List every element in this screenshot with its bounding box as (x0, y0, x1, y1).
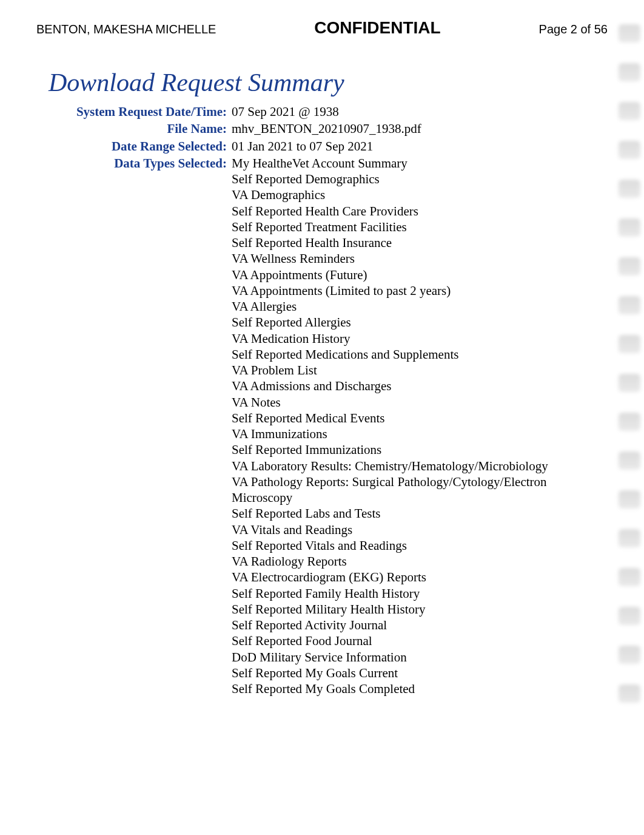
page-thumbnail (619, 335, 640, 353)
summary-row: System Request Date/Time: 07 Sep 2021 @ … (61, 103, 576, 120)
summary-value: 07 Sep 2021 @ 1938 (229, 103, 576, 120)
document-page: BENTON, MAKESHA MICHELLE CONFIDENTIAL Pa… (0, 0, 644, 734)
data-types-row: Data Types Selected: My HealtheVet Accou… (61, 155, 576, 698)
summary-label: File Name: (61, 120, 229, 137)
summary-label: System Request Date/Time: (61, 103, 229, 120)
data-type-item: VA Radiology Reports (232, 553, 574, 569)
page-thumbnail (619, 24, 640, 42)
page-thumbnail (619, 296, 640, 314)
data-type-item: VA Problem List (232, 362, 574, 378)
data-type-item: DoD Military Service Information (232, 649, 574, 665)
data-type-item: Self Reported Medical Events (232, 410, 574, 426)
data-type-item: My HealtheVet Account Summary (232, 155, 574, 171)
data-type-item: Self Reported My Goals Current (232, 665, 574, 681)
data-type-item: VA Vitals and Readings (232, 522, 574, 538)
page-thumbnail (619, 180, 640, 198)
data-types-label: Data Types Selected: (61, 155, 229, 698)
confidential-stamp: CONFIDENTIAL (314, 18, 440, 38)
data-types-list: My HealtheVet Account SummarySelf Report… (232, 155, 574, 697)
page-thumbnail (619, 63, 640, 81)
data-type-item: Self Reported Demographics (232, 171, 574, 187)
page-thumbnail (619, 257, 640, 276)
data-type-item: Self Reported Immunizations (232, 442, 574, 458)
thumbnail-strip (619, 24, 640, 703)
summary-label: Date Range Selected: (61, 138, 229, 155)
data-type-item: Self Reported Vitals and Readings (232, 538, 574, 553)
page-thumbnail (619, 685, 640, 703)
data-type-item: VA Allergies (232, 299, 574, 314)
page-number: Page 2 of 56 (539, 22, 608, 36)
data-type-item: VA Immunizations (232, 426, 574, 442)
data-type-item: VA Medication History (232, 331, 574, 347)
summary-value: 01 Jan 2021 to 07 Sep 2021 (229, 138, 576, 155)
data-type-item: Self Reported Activity Journal (232, 617, 574, 633)
data-type-item: Self Reported Medications and Supplement… (232, 347, 574, 362)
section-title: Download Request Summary (49, 68, 608, 97)
page-thumbnail (619, 374, 640, 392)
data-type-item: VA Electrocardiogram (EKG) Reports (232, 569, 574, 585)
data-type-item: VA Notes (232, 394, 574, 410)
page-header: BENTON, MAKESHA MICHELLE CONFIDENTIAL Pa… (36, 12, 608, 56)
summary-value: mhv_BENTON_20210907_1938.pdf (229, 120, 576, 137)
data-type-item: Self Reported My Goals Completed (232, 681, 574, 697)
summary-row: Date Range Selected: 01 Jan 2021 to 07 S… (61, 138, 576, 155)
page-thumbnail (619, 218, 640, 237)
data-type-item: VA Laboratory Results: Chemistry/Hematol… (232, 458, 574, 474)
page-thumbnail (619, 102, 640, 120)
data-type-item: Self Reported Health Care Providers (232, 203, 574, 219)
data-type-item: Self Reported Allergies (232, 314, 574, 330)
data-type-item: VA Appointments (Limited to past 2 years… (232, 283, 574, 299)
data-type-item: Self Reported Family Health History (232, 586, 574, 601)
patient-name: BENTON, MAKESHA MICHELLE (36, 22, 216, 36)
data-type-item: VA Appointments (Future) (232, 267, 574, 283)
page-thumbnail (619, 451, 640, 470)
page-thumbnail (619, 413, 640, 431)
data-type-item: Self Reported Food Journal (232, 633, 574, 649)
data-type-item: VA Admissions and Discharges (232, 378, 574, 394)
data-type-item: Self Reported Health Insurance (232, 235, 574, 251)
data-type-item: Self Reported Labs and Tests (232, 505, 574, 521)
page-thumbnail (619, 646, 640, 664)
data-types-cell: My HealtheVet Account SummarySelf Report… (229, 155, 576, 698)
data-type-item: Self Reported Military Health History (232, 601, 574, 617)
data-type-item: Self Reported Treatment Facilities (232, 219, 574, 235)
summary-table: System Request Date/Time: 07 Sep 2021 @ … (61, 103, 576, 697)
page-thumbnail (619, 607, 640, 625)
summary-row: File Name: mhv_BENTON_20210907_1938.pdf (61, 120, 576, 137)
data-type-item: VA Demographics (232, 187, 574, 203)
page-thumbnail (619, 141, 640, 159)
page-thumbnail (619, 568, 640, 586)
data-type-item: VA Pathology Reports: Surgical Pathology… (232, 474, 574, 506)
data-type-item: VA Wellness Reminders (232, 251, 574, 266)
page-thumbnail (619, 529, 640, 547)
page-thumbnail (619, 490, 640, 509)
